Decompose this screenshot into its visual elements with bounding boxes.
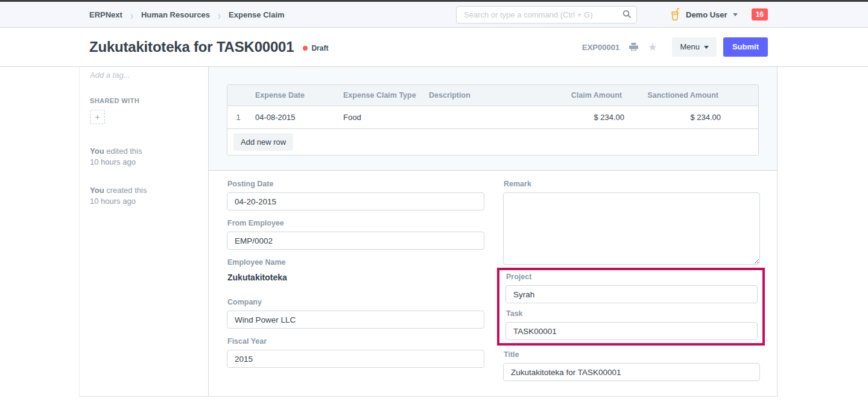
shared-with-label: SHARED WITH [90,97,196,104]
submit-button[interactable]: Submit [723,37,768,57]
expenses-section: Expense Date Expense Claim Type Descript… [209,67,777,171]
activity-edited: You edited this 10 hours ago [90,146,196,167]
title-label: Title [504,350,760,359]
column-header-spacer [727,85,758,106]
add-new-row-button[interactable]: Add new row [233,133,293,151]
cell-claim-amount[interactable]: $ 234.00 [519,106,630,128]
employee-name-label: Employee Name [227,258,484,267]
column-header-idx [227,85,249,106]
company-label: Company [227,298,484,306]
search-icon[interactable] [622,10,632,21]
from-employee-label: From Employee [227,219,484,227]
add-share-button[interactable]: + [90,110,105,124]
column-header-sanctioned-amount: Sanctioned Amount [630,85,727,106]
breadcrumb: ERPNext › Human Resources › Expense Clai… [89,10,285,20]
fiscal-year-field[interactable] [227,350,484,368]
document-id: EXP00001 [582,43,619,52]
expense-grid: Expense Date Expense Claim Type Descript… [227,84,759,156]
column-header-expense-date: Expense Date [249,85,337,106]
page-head: Zukutakitoteka for TASK00001 Draft EXP00… [0,28,868,67]
print-icon[interactable] [627,41,640,53]
form-sidebar: Add a tag... SHARED WITH + You edited th… [80,67,209,396]
expense-grid-header-row: Expense Date Expense Claim Type Descript… [227,85,758,106]
status-label: Draft [311,44,328,52]
chevron-down-icon [704,46,709,49]
form-page-container: Add a tag... SHARED WITH + You edited th… [79,67,778,397]
favourite-star-icon[interactable]: ★ [647,41,658,54]
menu-button[interactable]: Menu [672,37,717,57]
column-header-claim-type: Expense Claim Type [337,85,423,106]
cell-claim-type[interactable]: Food [337,106,423,128]
add-tag-input[interactable]: Add a tag... [90,71,196,80]
chevron-right-icon: › [218,8,221,21]
column-header-description: Description [423,85,519,106]
menu-button-label: Menu [680,42,700,52]
activity-when: 10 hours ago [90,197,136,206]
task-label: Task [506,309,758,318]
chevron-down-icon [733,13,738,16]
cell-spacer [727,106,758,128]
annotation-highlight-box: Project Task [497,268,765,346]
user-menu[interactable]: Demo User [670,8,738,21]
page-title: Zukutakitoteka for TASK00001 [89,39,294,55]
form-body: Expense Date Expense Claim Type Descript… [209,67,777,396]
project-label: Project [506,273,758,281]
breadcrumb-expense-claim[interactable]: Expense Claim [229,10,285,19]
notification-badge[interactable]: 16 [752,8,768,21]
title-field[interactable] [503,363,760,381]
project-field[interactable] [505,285,758,303]
activity-action: created this [106,186,147,195]
breadcrumb-erpnext[interactable]: ERPNext [89,10,122,19]
status-indicator: Draft [303,42,328,52]
task-field[interactable] [505,322,758,340]
activity-action: edited this [106,147,142,156]
breadcrumb-human-resources[interactable]: Human Resources [141,10,210,19]
row-index: 1 [227,106,249,128]
details-section: Posting Date From Employee Employee Name… [209,171,777,390]
global-search [456,6,637,24]
employee-name-value: Zukutakitoteka [227,271,484,282]
activity-who: You [90,147,104,156]
from-employee-field[interactable] [227,232,484,250]
column-header-claim-amount: Claim Amount [519,85,630,106]
activity-created: You created this 10 hours ago [90,185,196,206]
table-row[interactable]: 1 04-08-2015 Food $ 234.00 $ 234.00 [227,106,758,129]
navbar: ERPNext › Human Resources › Expense Clai… [0,2,868,28]
cell-expense-date[interactable]: 04-08-2015 [249,106,337,128]
cell-sanctioned-amount[interactable]: $ 234.00 [630,106,727,128]
status-dot-icon [303,46,308,51]
user-name: Demo User [686,10,727,19]
activity-who: You [90,186,104,195]
user-avatar-icon [670,8,680,21]
activity-when: 10 hours ago [90,157,136,166]
search-input[interactable] [456,6,637,24]
cell-description[interactable] [423,106,519,128]
posting-date-field[interactable] [227,192,484,210]
remark-field[interactable] [503,192,760,265]
company-field[interactable] [227,311,484,329]
expense-grid-footer: Add new row [227,129,758,155]
chevron-right-icon: › [130,8,133,21]
remark-label: Remark [504,180,760,188]
fiscal-year-label: Fiscal Year [227,337,484,346]
posting-date-label: Posting Date [227,180,484,188]
